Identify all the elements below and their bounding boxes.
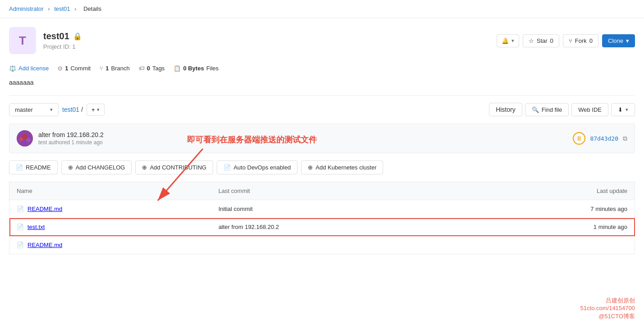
fork-button[interactable]: ⑂ Fork 0 bbox=[563, 34, 598, 47]
project-name-row: test01 🔒 bbox=[43, 31, 82, 41]
tags-label: Tags bbox=[152, 65, 164, 72]
clone-button[interactable]: Clone ▾ bbox=[602, 34, 635, 47]
star-icon: ☆ bbox=[529, 37, 534, 44]
file-link[interactable]: test.txt bbox=[27, 224, 45, 230]
copy-icon[interactable]: ⧉ bbox=[623, 135, 627, 142]
add-kubernetes-button[interactable]: ⊕ Add Kubernetes cluster bbox=[301, 160, 383, 174]
file-name[interactable]: 📄 test.txt bbox=[17, 224, 204, 230]
branch-label: Branch bbox=[111, 65, 129, 72]
readme-label: README bbox=[26, 164, 51, 171]
commits-label: Commit bbox=[70, 65, 91, 72]
file-name-cell: 📄 test.txt bbox=[9, 218, 211, 236]
watermark-line3: @51CTO博客 bbox=[598, 312, 635, 320]
lock-icon: 🔒 bbox=[73, 32, 82, 41]
file-update-cell bbox=[462, 236, 635, 254]
project-header: T test01 🔒 Project ID: 1 🔔 ▾ ☆ Star 0 ⑂ bbox=[0, 18, 644, 61]
meta-files: 📋 0 Bytes Files bbox=[174, 65, 219, 72]
add-contributing-label: Add CONTRIBUTING bbox=[150, 164, 206, 171]
file-table: Name Last commit Last update 📄 README.md… bbox=[9, 182, 635, 254]
project-id: Project ID: 1 bbox=[43, 43, 82, 50]
commit-left: alter from 192.168.20.2 test authored 1 … bbox=[17, 130, 104, 146]
file-actions: 📄 README ⊕ Add CHANGELOG ⊕ Add CONTRIBUT… bbox=[0, 153, 644, 182]
readme-icon: 📄 bbox=[16, 164, 23, 171]
branch-chevron-icon: ▾ bbox=[50, 107, 53, 113]
add-license-link[interactable]: Add license bbox=[18, 65, 49, 72]
auto-devops-button[interactable]: 📄 Auto DevOps enabled bbox=[217, 160, 297, 174]
file-name[interactable]: 📄 README.md bbox=[17, 206, 204, 212]
table-row: 📄 README.md bbox=[9, 236, 635, 254]
star-label: Star bbox=[537, 37, 548, 44]
history-button[interactable]: History bbox=[489, 103, 522, 116]
file-table-header: Name Last commit Last update bbox=[9, 182, 635, 200]
commit-hash[interactable]: 87d43d20 bbox=[590, 135, 618, 142]
breadcrumb-sep2: › bbox=[74, 5, 78, 12]
add-changelog-label: Add CHANGELOG bbox=[76, 164, 125, 171]
commits-count: 1 bbox=[65, 65, 68, 72]
file-icon: 📄 bbox=[17, 206, 24, 212]
add-contributing-icon: ⊕ bbox=[142, 164, 147, 171]
col-update-header: Last update bbox=[462, 182, 635, 200]
path-segment: test01 / bbox=[62, 106, 83, 113]
pipeline-badge[interactable]: ⏸ bbox=[573, 132, 585, 145]
svg-point-2 bbox=[19, 137, 23, 141]
path-add-button[interactable]: + ▾ bbox=[87, 104, 105, 116]
header-actions: 🔔 ▾ ☆ Star 0 ⑂ Fork 0 Clone ▾ bbox=[497, 34, 635, 47]
commits-icon: ⊙ bbox=[58, 65, 63, 72]
svg-point-1 bbox=[22, 134, 27, 139]
branch-count: 1 bbox=[105, 65, 109, 72]
notification-button[interactable]: 🔔 ▾ bbox=[497, 34, 519, 47]
meta-branches: ⑂ 1 Branch bbox=[100, 65, 129, 72]
star-count: 0 bbox=[550, 37, 553, 44]
license-icon: ⚖️ bbox=[9, 65, 16, 72]
add-changelog-button[interactable]: ⊕ Add CHANGELOG bbox=[61, 160, 132, 174]
history-label: History bbox=[496, 106, 516, 113]
clone-arrow-icon: ▾ bbox=[626, 37, 629, 44]
web-ide-button[interactable]: Web IDE bbox=[571, 103, 608, 116]
project-name-text: test01 bbox=[43, 31, 69, 41]
svg-point-4 bbox=[23, 140, 27, 144]
branch-icon: ⑂ bbox=[100, 65, 103, 72]
path-repo-link[interactable]: test01 bbox=[62, 106, 79, 113]
toolbar-left: master ▾ test01 / + ▾ bbox=[9, 103, 105, 116]
add-chevron-icon: ▾ bbox=[97, 107, 100, 113]
branch-selector[interactable]: master ▾ bbox=[9, 103, 59, 116]
svg-point-3 bbox=[26, 138, 31, 142]
add-contributing-button[interactable]: ⊕ Add CONTRIBUTING bbox=[135, 160, 213, 174]
project-info: T test01 🔒 Project ID: 1 bbox=[9, 27, 82, 54]
commit-author: test bbox=[38, 139, 47, 146]
pipeline-icon: ⏸ bbox=[576, 135, 582, 142]
breadcrumb-sep1: › bbox=[48, 5, 51, 12]
avatar-image bbox=[17, 130, 33, 146]
fork-count: 0 bbox=[589, 37, 593, 44]
file-icon: 📄 bbox=[17, 224, 24, 230]
download-button[interactable]: ⬇ ▾ bbox=[611, 103, 635, 116]
find-file-label: Find file bbox=[542, 106, 562, 113]
web-ide-label: Web IDE bbox=[578, 106, 602, 113]
project-meta: ⚖️ Add license ⊙ 1 Commit ⑂ 1 Branch 🏷 0… bbox=[0, 61, 644, 79]
project-description: aaaaaaa bbox=[0, 79, 644, 95]
tags-icon: 🏷 bbox=[139, 65, 145, 72]
star-button[interactable]: ☆ Star 0 bbox=[523, 34, 559, 47]
meta-tags: 🏷 0 Tags bbox=[139, 65, 165, 72]
file-link[interactable]: README.md bbox=[27, 206, 62, 212]
commit-time: authored 1 minute ago bbox=[49, 139, 103, 146]
page-wrapper: Administrator › test01 › Details T test0… bbox=[0, 0, 644, 334]
meta-commits: ⊙ 1 Commit bbox=[58, 65, 91, 72]
table-row: 📄 test.txt alter from 192.168.20.2 1 min… bbox=[9, 218, 635, 236]
commit-message: alter from 192.168.20.2 bbox=[38, 131, 104, 138]
breadcrumb-current: Details bbox=[83, 5, 101, 12]
readme-button[interactable]: 📄 README bbox=[9, 160, 58, 174]
add-kubernetes-label: Add Kubernetes cluster bbox=[315, 164, 376, 171]
add-changelog-icon: ⊕ bbox=[68, 164, 73, 171]
file-update-cell: 7 minutes ago bbox=[462, 200, 635, 218]
find-file-button[interactable]: 🔍 Find file bbox=[525, 103, 569, 116]
commit-bar: alter from 192.168.20.2 test authored 1 … bbox=[9, 124, 635, 153]
file-table-header-row: Name Last commit Last update bbox=[9, 182, 635, 200]
fork-label: Fork bbox=[575, 37, 587, 44]
file-link[interactable]: README.md bbox=[27, 242, 62, 248]
notification-chevron: ▾ bbox=[512, 38, 514, 44]
files-size: 0 Bytes bbox=[183, 65, 204, 72]
breadcrumb-admin[interactable]: Administrator bbox=[9, 5, 44, 12]
breadcrumb-repo[interactable]: test01 bbox=[54, 5, 70, 12]
file-name[interactable]: 📄 README.md bbox=[17, 242, 204, 248]
